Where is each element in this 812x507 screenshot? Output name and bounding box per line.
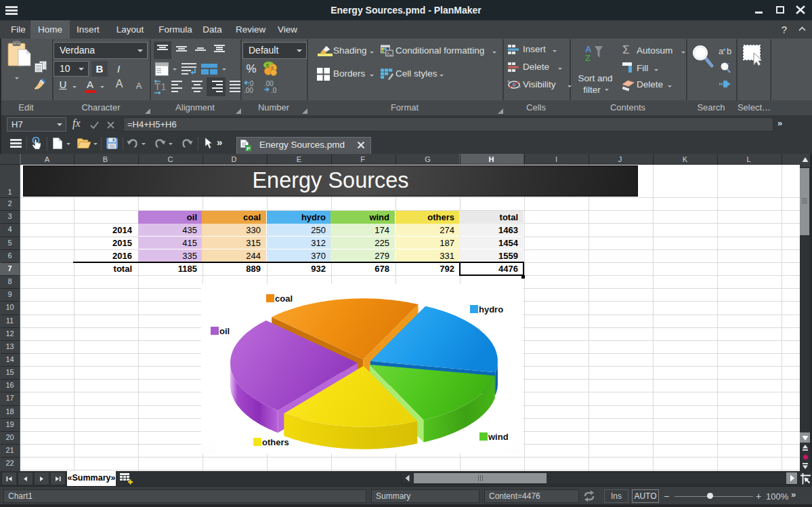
svg-text:.0: .0	[271, 87, 277, 94]
svg-text:.00: .00	[244, 87, 253, 94]
svg-text:P: P	[247, 146, 251, 152]
svg-text:Z: Z	[585, 53, 591, 62]
